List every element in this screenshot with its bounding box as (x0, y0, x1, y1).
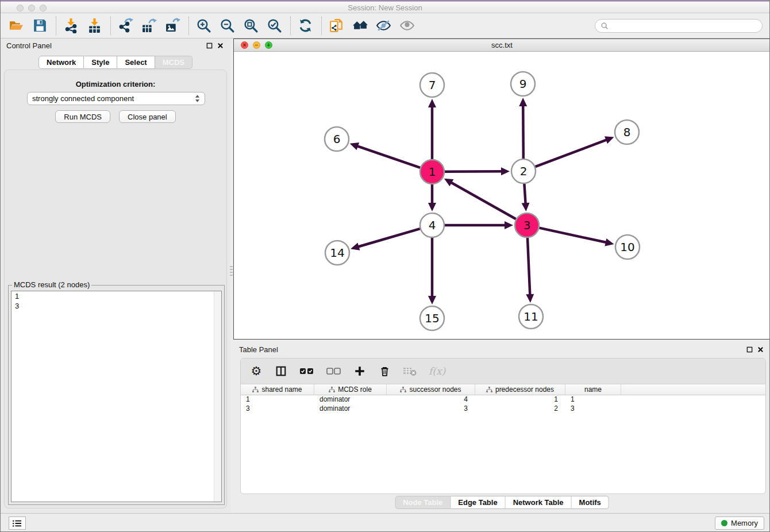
tab-select[interactable]: Select (117, 56, 155, 69)
mcds-result-line: 1 (11, 291, 221, 301)
run-mcds-button[interactable]: Run MCDS (55, 110, 110, 123)
close-panel-button[interactable]: Close panel (119, 110, 176, 123)
window-titlebar: Session: New Session (1, 1, 769, 13)
graph-edge-4-3[interactable] (445, 221, 513, 229)
graph-node-1[interactable]: 1 (420, 160, 444, 184)
search-input[interactable] (611, 22, 757, 30)
create-column-icon[interactable] (353, 364, 366, 378)
svg-text:1: 1 (429, 165, 436, 179)
export-network-icon[interactable] (117, 17, 134, 34)
result-scrollbar[interactable] (214, 291, 221, 502)
table-cell[interactable]: 1 (475, 395, 565, 404)
graph-node-4[interactable]: 4 (420, 213, 444, 237)
table-row[interactable]: 3dominator323 (241, 404, 765, 414)
refresh-layout-icon[interactable] (297, 17, 314, 34)
search-box[interactable] (595, 19, 763, 33)
memory-label: Memory (731, 519, 758, 527)
graph-edge-1-4[interactable] (428, 184, 436, 211)
graph-edge-1-6[interactable] (350, 142, 420, 168)
tab-edge-table[interactable]: Edge Table (451, 496, 505, 509)
memory-button[interactable]: Memory (715, 516, 764, 530)
graph-node-10[interactable]: 10 (615, 235, 640, 259)
show-all-icon[interactable] (398, 17, 415, 34)
column-header-successor-nodes[interactable]: successor nodes (387, 384, 475, 395)
zoom-selected-icon[interactable] (265, 17, 283, 34)
first-neighbors-icon[interactable] (351, 17, 368, 34)
toolbar-separator (56, 17, 56, 35)
column-label: successor nodes (409, 385, 461, 394)
close-panel-icon[interactable] (217, 42, 224, 49)
graph-edge-3-11[interactable] (526, 238, 534, 303)
show-columns-icon[interactable] (275, 364, 287, 378)
tab-motifs[interactable]: Motifs (572, 496, 609, 509)
graph-edge-3-1[interactable] (444, 179, 516, 219)
graph-node-2[interactable]: 2 (511, 159, 536, 183)
graph-edge-1-7[interactable] (428, 99, 436, 159)
task-history-button[interactable] (9, 516, 26, 530)
float-table-panel-icon[interactable] (746, 346, 753, 353)
table-cell[interactable]: 3 (387, 404, 475, 414)
graph-node-7[interactable]: 7 (420, 73, 444, 97)
graph-edge-1-2[interactable] (445, 167, 510, 175)
table-cell[interactable]: dominator (314, 404, 387, 414)
optimization-criterion-dropdown[interactable]: strongly connected component (27, 92, 205, 105)
zoom-out-icon[interactable] (218, 17, 236, 34)
table-cell[interactable]: 2 (475, 404, 565, 414)
sort-tree-icon (252, 387, 259, 393)
open-file-icon[interactable] (7, 17, 25, 34)
import-table-icon[interactable] (86, 17, 103, 34)
tab-network-table[interactable]: Network Table (506, 496, 572, 509)
zoom-fit-icon[interactable] (242, 17, 259, 34)
graph-node-8[interactable]: 8 (615, 120, 639, 144)
table-cell[interactable]: 4 (387, 395, 475, 404)
table-settings-icon[interactable]: ⚙ (250, 364, 263, 378)
deselect-all-icon[interactable] (326, 364, 341, 378)
import-network-icon[interactable] (62, 17, 79, 34)
graph-node-15[interactable]: 15 (420, 306, 444, 330)
graph-edge-2-3[interactable] (522, 184, 530, 211)
table-row[interactable]: 1dominator411 (241, 395, 765, 404)
table-cell[interactable]: 1 (241, 395, 314, 404)
export-table-icon[interactable] (140, 17, 157, 34)
graph-node-14[interactable]: 14 (325, 241, 349, 265)
graph-edge-4-14[interactable] (351, 229, 420, 250)
search-icon (600, 22, 609, 30)
application-window: Session: New Session Control Panel Netwo… (0, 0, 770, 532)
graph-edge-2-9[interactable] (519, 98, 527, 159)
mcds-result-area[interactable]: 13 (11, 291, 222, 502)
toolbar-separator (290, 17, 291, 35)
tab-style[interactable]: Style (84, 56, 117, 69)
column-header-name[interactable]: name (565, 384, 621, 395)
zoom-in-icon[interactable] (195, 17, 212, 34)
close-table-panel-icon[interactable] (757, 346, 764, 353)
column-header-MCDS-role[interactable]: MCDS role (314, 384, 387, 395)
network-canvas[interactable]: 7968124314101511 (234, 52, 770, 339)
column-header-predecessor-nodes[interactable]: predecessor nodes (475, 384, 565, 395)
table-cell[interactable]: dominator (314, 395, 387, 404)
graph-node-11[interactable]: 11 (519, 304, 543, 329)
select-all-icon[interactable] (299, 364, 314, 378)
hide-selected-icon[interactable] (375, 17, 392, 34)
graph-node-6[interactable]: 6 (325, 127, 349, 151)
graph-node-3[interactable]: 3 (515, 213, 539, 237)
graph-edge-4-15[interactable] (428, 238, 436, 304)
save-session-icon[interactable] (31, 17, 48, 34)
graph-edge-2-8[interactable] (536, 136, 614, 167)
tab-mcds[interactable]: MCDS (155, 56, 192, 69)
panel-splitter-grip[interactable] (230, 266, 233, 276)
graph-edge-3-10[interactable] (539, 228, 614, 246)
svg-text:7: 7 (429, 78, 436, 92)
float-panel-icon[interactable] (206, 42, 213, 49)
export-image-icon[interactable] (164, 17, 181, 34)
delete-columns-icon[interactable] (378, 364, 391, 378)
tab-network[interactable]: Network (38, 56, 84, 69)
mcds-result-title: MCDS result (2 nodes) (12, 280, 91, 289)
table-cell[interactable]: 3 (241, 404, 314, 414)
column-header-shared-name[interactable]: shared name (241, 384, 314, 395)
copy-network-icon[interactable] (328, 17, 345, 34)
column-label: predecessor nodes (495, 385, 554, 394)
tab-node-table[interactable]: Node Table (395, 496, 451, 509)
graph-node-9[interactable]: 9 (511, 72, 535, 96)
table-cell[interactable]: 3 (565, 404, 621, 414)
table-cell[interactable]: 1 (565, 395, 621, 404)
